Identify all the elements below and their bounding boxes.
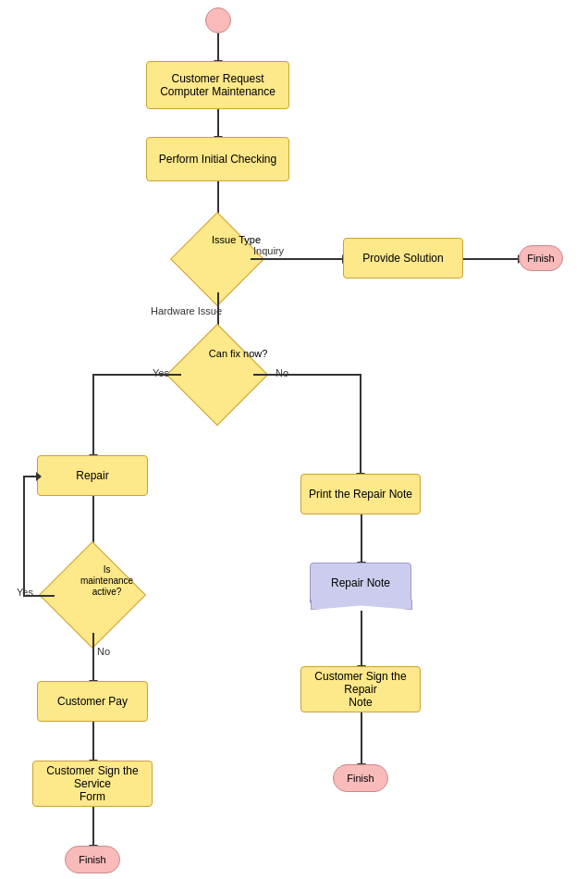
arrow-maint-to-pay — [92, 633, 94, 681]
hardware-issue-label: Hardware Issue — [151, 305, 222, 316]
arrow-yes-loop-v — [23, 476, 25, 595]
customer-pay-node: Customer Pay — [37, 681, 148, 722]
arrow-rn-to-csr — [361, 611, 362, 666]
arrow-cf-down-right — [360, 374, 361, 474]
can-fix-label: Can fix now? — [203, 348, 274, 359]
no-right-label: No — [276, 367, 288, 378]
arrow-yes-loop-h2 — [23, 476, 37, 477]
arrow-cf-left — [92, 374, 181, 376]
arrow-prn-to-rn — [361, 514, 362, 563]
arrow-it-to-ps — [251, 258, 343, 260]
arrow-css-to-finish2 — [92, 807, 94, 846]
customer-sign-repair-node: Customer Sign the Repair Note — [300, 666, 421, 712]
finish2-node: Finish — [65, 846, 120, 873]
arrow-pay-to-css — [92, 722, 94, 761]
provide-solution-node: Provide Solution — [343, 238, 463, 279]
customer-sign-service-node: Customer Sign the Service Form — [32, 761, 153, 807]
yes-left-label: Yes — [153, 367, 169, 378]
finish3-node: Finish — [333, 764, 388, 792]
finish1-node: Finish — [519, 245, 563, 271]
arrow-cr-to-pc — [217, 109, 219, 137]
arrow-yes-loop-h — [23, 595, 55, 597]
arrow-csr-to-finish3 — [361, 712, 362, 764]
arrow-cf-down-left — [92, 374, 94, 455]
print-repair-note-node: Print the Repair Note — [300, 474, 421, 514]
repair-note-doc: Repair Note — [310, 563, 411, 603]
arrow-cf-right — [253, 374, 361, 376]
start-node — [205, 7, 231, 33]
repair-node: Repair — [37, 455, 148, 496]
perform-checking-node: Perform Initial Checking — [146, 137, 289, 181]
issue-type-label: Issue Type — [204, 234, 269, 245]
arrow-start-to-customer — [217, 33, 219, 61]
arrow-ps-to-finish1 — [463, 258, 519, 260]
customer-request-node: Customer Request Computer Maintenance — [146, 61, 289, 109]
inquiry-label: Inquiry — [253, 245, 284, 256]
is-maintenance-label: Is maintenance active? — [70, 563, 144, 597]
flowchart: Customer Request Computer Maintenance Pe… — [0, 0, 588, 879]
no-down-label: No — [97, 646, 110, 657]
